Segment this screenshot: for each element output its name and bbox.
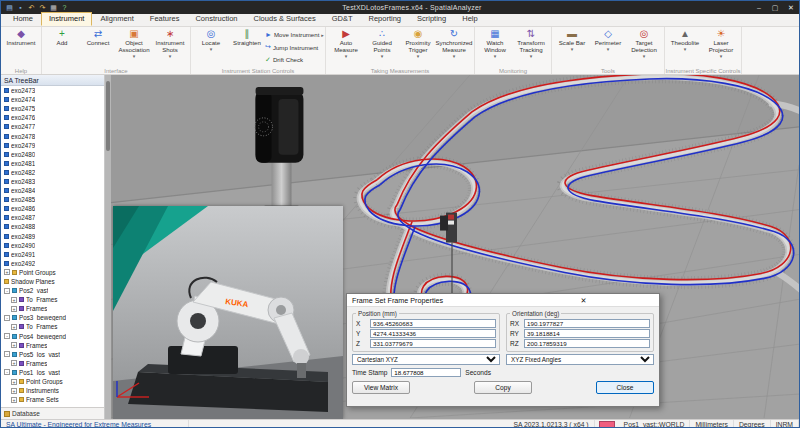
tree-item-pos3-bewegend[interactable]: -Pos3_bewegend (1, 313, 104, 322)
status-angle-units[interactable]: Degrees (734, 420, 771, 428)
tree-item-exo2480[interactable]: exo2480 (1, 150, 104, 159)
close-icon[interactable]: ✕ (503, 296, 659, 305)
button-connect[interactable]: ⇄Connect (80, 28, 116, 66)
tab-help[interactable]: Help (454, 12, 485, 26)
tree-item-exo2483[interactable]: exo2483 (1, 177, 104, 186)
button-locate[interactable]: ◎Locate▾ (193, 28, 229, 66)
expander-icon[interactable]: + (11, 342, 17, 348)
tree-item-exo2475[interactable]: exo2475 (1, 104, 104, 113)
tree-item-exo2491[interactable]: exo2491 (1, 250, 104, 259)
tree-item-instruments[interactable]: +Instruments (1, 386, 104, 395)
tree-item-frames[interactable]: +Frames (1, 359, 104, 368)
button-object-association[interactable]: ▣Object Association▾ (116, 28, 152, 66)
close-button[interactable]: ✕ (783, 1, 799, 14)
tab-alignment[interactable]: Alignment (92, 12, 141, 26)
field-input-x[interactable] (370, 319, 496, 328)
tree-item-exo2490[interactable]: exo2490 (1, 241, 104, 250)
treebar-scrollbar-thumb[interactable] (106, 81, 110, 151)
print-icon[interactable]: ▦ (49, 3, 58, 12)
expander-icon[interactable]: + (11, 397, 17, 403)
button-synchronized-measure[interactable]: ↻Synchronized Measure▾ (436, 28, 472, 66)
button-watch-window[interactable]: ▦Watch Window▾ (477, 28, 513, 66)
undo-icon[interactable]: ↶ (27, 3, 36, 12)
field-input-y[interactable] (370, 329, 496, 338)
expander-icon[interactable]: - (4, 315, 10, 321)
expander-icon[interactable]: + (11, 297, 17, 303)
redo-icon[interactable]: ↷ (38, 3, 47, 12)
button-straighten[interactable]: ∥Straighten (229, 28, 265, 66)
button-close[interactable]: Close (596, 381, 654, 394)
tab-features[interactable]: Features (142, 12, 188, 26)
tree-item-exo2479[interactable]: exo2479 (1, 141, 104, 150)
tab-database[interactable]: Database (1, 407, 104, 419)
tree-item-exo2487[interactable]: exo2487 (1, 213, 104, 222)
tree-item-exo2488[interactable]: exo2488 (1, 222, 104, 231)
button-copy[interactable]: Copy (474, 381, 532, 394)
help-icon[interactable]: ? (60, 3, 69, 12)
minimize-button[interactable]: – (751, 1, 767, 14)
tree-item-frames[interactable]: +Frames (1, 341, 104, 350)
tree-item-pos5-los-vast[interactable]: -Pos5_los_vast (1, 350, 104, 359)
angle-convention-select[interactable]: XYZ Fixed Angles (506, 354, 654, 365)
dialog-title-bar[interactable]: Frame Set Frame Properties ✕ (347, 294, 659, 307)
button-view-matrix[interactable]: View Matrix (352, 381, 410, 394)
status-length-units[interactable]: Millimeters (690, 420, 733, 428)
tree-item-to-frames[interactable]: +To_Frames (1, 322, 104, 331)
tab-instrument[interactable]: Instrument (41, 12, 92, 26)
expander-icon[interactable]: + (11, 306, 17, 312)
status-active-frame[interactable]: Pos1_vast::WORLD (619, 420, 691, 428)
tree-item-exo2485[interactable]: exo2485 (1, 195, 104, 204)
button-perimeter[interactable]: ◇Perimeter▾ (590, 28, 626, 66)
expander-icon[interactable]: - (4, 288, 10, 294)
button-move-instrument[interactable]: ►Move Instrument▸ (265, 29, 323, 40)
tree-item-exo2474[interactable]: exo2474 (1, 95, 104, 104)
button-jump-instrument[interactable]: ↪Jump Instrument (265, 42, 323, 53)
button-drift-check[interactable]: ✓Drift Check (265, 54, 323, 65)
button-auto-measure[interactable]: ▶Auto Measure▾ (328, 28, 364, 66)
tree-item-to-frames[interactable]: +To_Frames (1, 295, 104, 304)
tab-scripting[interactable]: Scripting (409, 12, 454, 26)
expander-icon[interactable]: + (11, 360, 17, 366)
tab-gd-t[interactable]: GD&T (324, 12, 361, 26)
tree-item-exo2486[interactable]: exo2486 (1, 204, 104, 213)
tree-item-pos2-vast[interactable]: -Pos2_vast (1, 286, 104, 295)
tree-item-frame-sets[interactable]: +Frame Sets (1, 395, 104, 404)
tab-home[interactable]: Home (5, 12, 41, 26)
button-target-detection[interactable]: ◎Target Detection▾ (626, 28, 662, 66)
coordinate-system-select[interactable]: Cartesian XYZ (352, 354, 500, 365)
tab-reporting[interactable]: Reporting (361, 12, 410, 26)
expander-icon[interactable]: + (11, 379, 17, 385)
tree-item-exo2489[interactable]: exo2489 (1, 232, 104, 241)
tree-item-exo2473[interactable]: exo2473 (1, 86, 104, 95)
tree-item-frames[interactable]: +Frames (1, 304, 104, 313)
button-theodolite[interactable]: ▲Theodolite▾ (667, 28, 703, 66)
app-menu-icon[interactable]: ▤ (5, 3, 14, 12)
tree-item-exo2484[interactable]: exo2484 (1, 186, 104, 195)
tree-item-exo2482[interactable]: exo2482 (1, 168, 104, 177)
expander-icon[interactable]: - (4, 369, 10, 375)
tree-item-exo2481[interactable]: exo2481 (1, 159, 104, 168)
tree-item-point-groups[interactable]: +Point Groups (1, 268, 104, 277)
tree-item-point-groups[interactable]: +Point Groups (1, 377, 104, 386)
tab-clouds-surfaces[interactable]: Clouds & Surfaces (246, 12, 324, 26)
tree-item-exo2477[interactable]: exo2477 (1, 122, 104, 131)
button-laser-projector[interactable]: ☀Laser Projector▾ (703, 28, 739, 66)
tree-item-shadow-planes[interactable]: Shadow Planes (1, 277, 104, 286)
tree-item-exo2492[interactable]: exo2492 (1, 259, 104, 268)
tree-item-pos1-los-vast[interactable]: -Pos1_los_vast (1, 368, 104, 377)
tab-construction[interactable]: Construction (187, 12, 245, 26)
field-input-rz[interactable] (524, 339, 650, 348)
button-add[interactable]: +Add (44, 28, 80, 66)
button-scale-bar[interactable]: ▬Scale Bar▾ (554, 28, 590, 66)
tree-item-exo2478[interactable]: exo2478 (1, 131, 104, 140)
button-instrument[interactable]: ◆Instrument (3, 28, 39, 66)
expander-icon[interactable]: - (4, 333, 10, 339)
field-input-rx[interactable] (524, 319, 650, 328)
time-stamp-input[interactable] (391, 368, 461, 377)
button-guided-points[interactable]: ∴Guided Points▾ (364, 28, 400, 66)
expander-icon[interactable]: - (4, 351, 10, 357)
save-icon[interactable]: ▪ (16, 3, 25, 12)
expander-icon[interactable]: + (11, 324, 17, 330)
tree-item-exo2476[interactable]: exo2476 (1, 113, 104, 122)
viewport-3d[interactable]: KUKA Frame Set Frame Properties ✕ P (111, 75, 799, 419)
